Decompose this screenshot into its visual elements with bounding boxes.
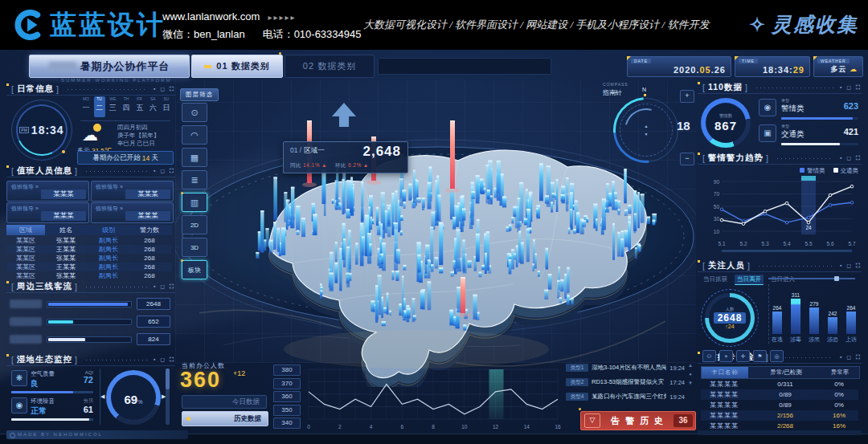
type-label: 类型 xyxy=(781,124,789,128)
scroll-dot-icon[interactable]: ● xyxy=(688,372,693,377)
weekday-cell[interactable]: SU日 xyxy=(161,96,172,117)
gauge-arrow-left[interactable]: ◀ xyxy=(100,393,104,400)
date-display: DATE 2020.05.26 xyxy=(627,56,731,77)
d110-row: ▣类型交通类421 xyxy=(759,124,858,149)
duty-name: 某某某 xyxy=(125,211,170,221)
weekday-cell[interactable]: WE三 xyxy=(107,96,118,117)
mini-slider[interactable] xyxy=(768,278,855,279)
focus-bar xyxy=(846,312,856,334)
arrows-decoration: ▸▸▸▸▸ xyxy=(268,13,296,22)
zoom-in-button[interactable]: + xyxy=(680,90,694,103)
duty-cell: 王某某 xyxy=(45,263,87,271)
duty-col-header: 警力数 xyxy=(130,226,169,234)
focus-tab[interactable]: 当日离开 xyxy=(735,275,764,285)
duty-table-header: 区域姓名级别警力数 xyxy=(6,225,172,235)
air-metric-value: 72 xyxy=(69,375,93,385)
focus-icon-2[interactable]: ✛ xyxy=(736,350,750,362)
layer-button-2d[interactable]: 2D xyxy=(182,215,207,234)
focus-tab[interactable]: 当日抓获 xyxy=(701,275,730,285)
layer-button-blocks[interactable]: 板块 xyxy=(182,260,207,279)
bar-category-label: 涉毒 xyxy=(790,336,801,344)
d110-row: ◉类型警情类623 xyxy=(759,98,858,124)
focus-icon-1[interactable]: ⌖ xyxy=(719,350,733,362)
compass-up-glyph: ▲ xyxy=(645,124,649,128)
layer-button-list[interactable]: ≣ xyxy=(182,170,207,189)
services-list: 大数据可视化设计 / 软件界面设计 / 网站建设 / 手机及小程序设计 / 软件… xyxy=(363,18,717,32)
sparkle-star-icon: ✧ xyxy=(749,14,767,35)
weekday-en: MO xyxy=(80,96,92,101)
svg-text:6: 6 xyxy=(400,424,403,430)
flow-bars: 2648652824 xyxy=(10,299,170,344)
tab-data-category-2[interactable]: 02 数据类别 xyxy=(285,55,375,78)
panel-window-icons[interactable]: ▪ ◻ ⛶ xyxy=(840,354,862,360)
today-data-button[interactable]: 今日数据 xyxy=(182,395,267,409)
weekday-cell[interactable]: FR五 xyxy=(134,96,145,117)
alert-row[interactable]: 类型2RD13-53烟感报警疑似火灾17:24 xyxy=(566,376,685,389)
panel-window-icons[interactable]: ▪ ◻ ⛶ xyxy=(154,283,175,290)
duty-cell: 268 xyxy=(130,237,169,244)
panel-window-icons[interactable]: ▪ ◻ ⛶ xyxy=(154,356,175,363)
panel-window-icons[interactable]: ▪ ◻ ⛶ xyxy=(840,263,862,269)
panel-window-icons[interactable]: ▪ ◻ ⛶ xyxy=(154,168,175,174)
contact-block: www.lanlanwork.com▸▸▸▸▸ 微信：ben_lanlan电话：… xyxy=(162,8,361,43)
weekday-cell[interactable]: TH四 xyxy=(121,96,132,117)
checkpoint-name: 某某某某 xyxy=(701,390,747,399)
scroll-up-icon[interactable]: ▲ xyxy=(688,363,693,368)
type-bar-fill xyxy=(781,143,840,145)
focus-icon-4[interactable]: ◎ xyxy=(770,350,784,362)
layer-button-camera[interactable]: ⊙ xyxy=(182,103,207,122)
bracket: [ xyxy=(11,355,14,365)
noise-progress-bar xyxy=(11,418,93,421)
site-url[interactable]: www.lanlanwork.com xyxy=(162,10,260,22)
bracket: ] xyxy=(766,153,769,163)
weekday-cell[interactable]: MO一 xyxy=(80,96,92,117)
alert-scroll-arrows[interactable]: ▲●▼ xyxy=(688,363,693,385)
scrollbar[interactable] xyxy=(166,369,170,425)
type-label: 类型 xyxy=(781,98,789,103)
duty-cell: 268 xyxy=(130,272,169,279)
mom-value: 6.2% xyxy=(348,162,362,168)
alert-tag: 类型1 xyxy=(566,364,588,372)
layer-button-3d[interactable]: 3D xyxy=(182,238,207,257)
layer-button-bar-chart[interactable]: ▥ xyxy=(182,193,207,212)
weather-cloud-icon: ☁ xyxy=(82,124,106,143)
panel-window-icons[interactable]: ▪ ◻ ⛶ xyxy=(154,86,175,92)
layer-button-radar[interactable]: ◠ xyxy=(182,125,207,145)
focus-icon-3[interactable]: ⚑ xyxy=(753,350,767,362)
alarm-history-button[interactable]: ▽ 告警历史 36 xyxy=(580,411,696,430)
checkpoint-rate: 0% xyxy=(823,401,855,409)
made-by-text: MADE BY NEHOMMICOL xyxy=(6,430,188,439)
weekday-cell[interactable]: SA六 xyxy=(147,96,158,117)
analog-clock: PM18:34 xyxy=(11,100,72,161)
air-progress-bar xyxy=(11,391,93,393)
weekday-cell[interactable]: TU二 xyxy=(94,96,105,117)
up-arrow-icon: ▲ xyxy=(363,162,369,168)
flow-value: 2648 xyxy=(137,298,170,310)
redacted-label xyxy=(10,317,42,326)
map-tooltip: 01 /区域一 2,648 同比14.1%▲环比6.2%▲ xyxy=(283,141,408,173)
divider xyxy=(80,120,170,121)
layer-bar-chart-icon: ▥ xyxy=(190,198,199,208)
flow-value: 824 xyxy=(137,333,170,345)
zoom-out-button[interactable]: − xyxy=(680,153,694,165)
alert-tag: 类型4 xyxy=(566,393,588,401)
scroll-down-icon[interactable]: ▼ xyxy=(688,381,693,385)
layer-button-grid[interactable]: ▦ xyxy=(182,148,207,167)
alert-row[interactable]: 类型1湿地3-104片区有不明人员闯入19:24 xyxy=(566,361,685,374)
checkpoint-ratio: 2/156 xyxy=(747,412,823,419)
panel-window-icons[interactable]: ▪ ◻ ⛶ xyxy=(840,155,862,161)
tab-data-category-1[interactable]: 01 数据类别 xyxy=(191,55,283,78)
panel-title-text: 日常信息 xyxy=(17,84,54,95)
noise-status: 正常 xyxy=(31,405,55,417)
focus-icon-0[interactable]: ⚇ xyxy=(702,350,716,362)
history-data-button[interactable]: 历史数据 xyxy=(182,411,268,426)
alert-tag: 类型2 xyxy=(566,378,588,386)
alert-row[interactable]: 类型4某路口有小汽车连闯三个红灯19:24 xyxy=(566,390,685,403)
notice-days: 14 xyxy=(142,154,149,162)
compass-dial[interactable]: ▲▼ xyxy=(614,98,678,162)
duty-cell: 某某区 xyxy=(6,236,45,245)
time-hm: 18:34 xyxy=(763,65,789,75)
noise-metric-value: 61 xyxy=(69,405,93,414)
panel-window-icons[interactable]: ▪ ◻ ⛶ xyxy=(840,84,862,91)
checkpoint-rate: 0% xyxy=(823,381,855,388)
